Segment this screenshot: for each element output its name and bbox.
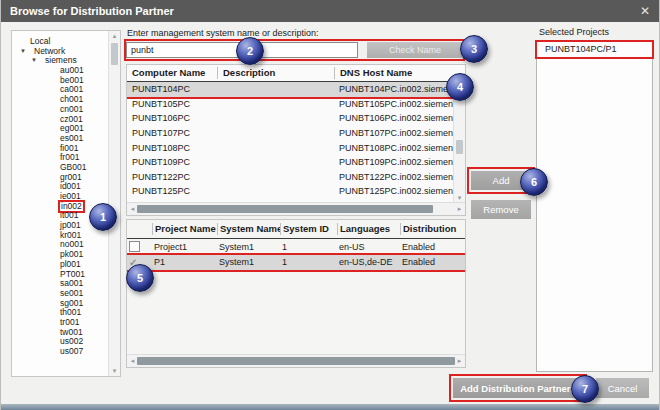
callout-balloon-7: 7	[571, 375, 599, 403]
computer-row[interactable]: PUNBT104PCPUNBT104PC.in002.siemens.n	[127, 82, 455, 97]
computer-cell: PUNBT109PC.in002.siemens.ne	[334, 157, 455, 167]
computer-row[interactable]: PUNBT106PCPUNBT106PC.in002.siemens.ne	[127, 111, 455, 126]
window-title: Browse for Distribution Partner	[10, 5, 174, 17]
window-bottom-edge	[1, 404, 659, 410]
search-label: Enter management system name or descript…	[127, 28, 319, 38]
computer-cell: PUNBT104PC	[127, 84, 217, 94]
tree-item-us007[interactable]: us007	[12, 347, 108, 357]
add-distribution-partners-button[interactable]: Add Distribution Partners	[453, 378, 583, 398]
tree-scrollbar[interactable]: ▴ ▾	[108, 31, 120, 376]
column-computer-name[interactable]: Computer Name	[127, 67, 217, 79]
column-system-id[interactable]: System ID	[280, 223, 337, 235]
computer-cell: PUNBT125PC	[127, 186, 217, 196]
column-system-name[interactable]: System Name	[217, 223, 280, 235]
computer-row[interactable]: PUNBT125PCPUNBT125PC.in002.siemens.ne	[127, 184, 455, 199]
computer-cell: PUNBT107PC.in002.siemens.ne	[334, 128, 455, 138]
callout-balloon-4: 4	[446, 73, 474, 101]
computer-cell: PUNBT106PC	[127, 113, 217, 123]
project-row[interactable]: ✓P1System11en-US,de-DEEnabled	[127, 255, 465, 271]
computer-row[interactable]: PUNBT109PCPUNBT109PC.in002.siemens.ne	[127, 155, 455, 170]
selected-project-item[interactable]: PUNBT104PC/P1	[537, 42, 652, 57]
computer-cell: PUNBT105PC	[127, 99, 217, 109]
computer-row[interactable]: PUNBT122PCPUNBT122PC.in002.siemens.ne	[127, 170, 455, 185]
project-hscroll-thumb[interactable]	[137, 357, 455, 365]
callout-balloon-5: 5	[126, 264, 154, 292]
computer-cell: PUNBT109PC	[127, 157, 217, 167]
computer-table: Computer Name Description DNS Host Name …	[126, 64, 466, 216]
project-row[interactable]: Project1System11en-USEnabled	[127, 239, 465, 255]
column-dns-host-name[interactable]: DNS Host Name	[334, 67, 465, 79]
check-name-button[interactable]: Check Name	[367, 42, 463, 58]
column-checkbox	[127, 223, 152, 235]
callout-balloon-1: 1	[89, 203, 117, 231]
callout-balloon-3: 3	[460, 35, 488, 63]
close-icon[interactable]: ✕	[640, 4, 650, 18]
scroll-up-icon[interactable]: ▴	[109, 31, 120, 41]
project-cell: en-US	[337, 242, 400, 252]
computer-row[interactable]: PUNBT105PCPUNBT105PC.in002.siemens.ne	[127, 97, 455, 112]
project-cell: Enabled	[400, 242, 465, 252]
computer-scrollbar-thumb[interactable]	[456, 140, 463, 154]
checkbox[interactable]	[129, 241, 140, 252]
project-cell: Project1	[152, 242, 217, 252]
remove-button[interactable]: Remove	[471, 200, 531, 219]
tree-item-label: us007	[60, 347, 83, 357]
computer-cell: PUNBT108PC	[127, 143, 217, 153]
tree-scrollbar-thumb[interactable]	[111, 43, 118, 65]
project-cell: en-US,de-DE	[337, 257, 400, 267]
computer-hscroll-thumb[interactable]	[137, 205, 433, 213]
callout-balloon-2: 2	[236, 37, 264, 65]
project-cell: P1	[152, 257, 217, 267]
computer-cell: PUNBT105PC.in002.siemens.ne	[334, 99, 455, 109]
column-project-name[interactable]: Project Name	[152, 223, 217, 235]
computer-cell: PUNBT104PC.in002.siemens.n	[334, 84, 455, 94]
project-cell: System1	[217, 257, 280, 267]
project-table-hscroll[interactable]: ◂ ▸	[127, 354, 465, 367]
expand-arrow-icon[interactable]: ▼	[31, 56, 37, 66]
column-description[interactable]: Description	[217, 67, 334, 79]
computer-cell: PUNBT108PC.in002.siemens.ne	[334, 143, 455, 153]
computer-table-header: Computer Name Description DNS Host Name	[127, 65, 465, 82]
computer-table-hscroll[interactable]: ◂ ▸	[127, 202, 465, 215]
project-cell: Enabled	[400, 257, 465, 267]
project-cell: System1	[217, 242, 280, 252]
project-cell: 1	[280, 242, 337, 252]
selected-projects-label: Selected Projects	[539, 27, 609, 37]
computer-cell: PUNBT125PC.in002.siemens.ne	[334, 186, 455, 196]
column-distribution[interactable]: Distribution	[400, 223, 465, 235]
project-cell: 1	[280, 257, 337, 267]
computer-row[interactable]: PUNBT108PCPUNBT108PC.in002.siemens.ne	[127, 140, 455, 155]
project-rows: Project1System11en-USEnabled✓P1System11e…	[127, 239, 465, 355]
project-table: Project Name System Name System ID Langu…	[126, 219, 466, 368]
scroll-right-icon[interactable]: ▸	[454, 355, 465, 367]
computer-cell: PUNBT106PC.in002.siemens.ne	[334, 113, 455, 123]
selected-projects-list[interactable]: PUNBT104PC/P1	[536, 41, 653, 372]
title-bar: Browse for Distribution Partner ✕	[1, 0, 659, 22]
cancel-button[interactable]: Cancel	[596, 378, 649, 398]
callout-balloon-6: 6	[520, 168, 548, 196]
tree-item-ie001[interactable]: ie001	[12, 192, 108, 202]
computer-cell: PUNBT122PC	[127, 172, 217, 182]
computer-row[interactable]: PUNBT107PCPUNBT107PC.in002.siemens.ne	[127, 126, 455, 141]
project-table-header: Project Name System Name System ID Langu…	[127, 220, 465, 239]
browse-for-distribution-partner-dialog: Browse for Distribution Partner ✕ Local▼…	[0, 0, 660, 410]
scroll-down-icon[interactable]: ▾	[109, 366, 120, 376]
expand-arrow-icon[interactable]: ▼	[20, 47, 26, 57]
computer-rows: PUNBT104PCPUNBT104PC.in002.siemens.nPUNB…	[127, 82, 455, 203]
column-languages[interactable]: Languages	[337, 223, 400, 235]
computer-cell: PUNBT107PC	[127, 128, 217, 138]
computer-cell: PUNBT122PC.in002.siemens.ne	[334, 172, 455, 182]
search-row: Check Name	[126, 41, 463, 59]
scroll-right-icon[interactable]: ▸	[454, 203, 465, 215]
